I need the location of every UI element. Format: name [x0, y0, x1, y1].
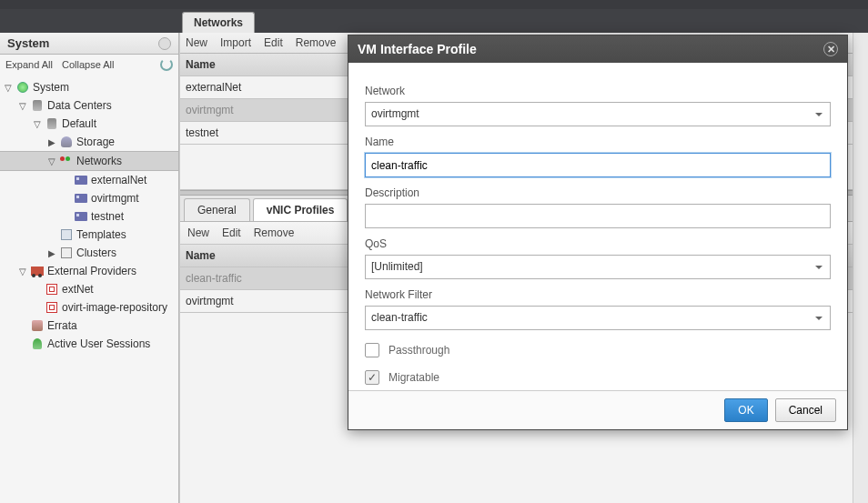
- label-passthrough: Passthrough: [389, 344, 449, 357]
- label-migratable: Migratable: [389, 371, 439, 384]
- dialog-buttons: OK Cancel: [348, 390, 847, 429]
- select-network[interactable]: ovirtmgmt: [365, 102, 831, 126]
- input-description[interactable]: [365, 204, 831, 228]
- label-name: Name: [365, 136, 831, 148]
- ok-button[interactable]: OK: [724, 398, 767, 422]
- close-icon[interactable]: ✕: [823, 42, 838, 56]
- select-qos[interactable]: [Unlimited]: [365, 255, 831, 279]
- checkbox-migratable: [365, 370, 379, 385]
- label-description: Description: [365, 186, 831, 199]
- checkbox-passthrough[interactable]: [365, 343, 379, 357]
- dialog-body: Network ovirtmgmt Name Description QoS […: [348, 63, 847, 390]
- cancel-button[interactable]: Cancel: [775, 398, 836, 422]
- select-network-filter[interactable]: clean-traffic: [365, 306, 831, 330]
- input-name[interactable]: [365, 153, 831, 177]
- label-network: Network: [365, 85, 831, 97]
- label-network-filter: Network Filter: [365, 288, 831, 301]
- dialog-titlebar[interactable]: VM Interface Profile ✕: [348, 35, 847, 63]
- checkbox-passthrough-row: Passthrough: [365, 343, 831, 357]
- checkbox-migratable-row: Migratable: [365, 370, 831, 385]
- label-qos: QoS: [365, 237, 831, 250]
- dialog-title: VM Interface Profile: [358, 42, 477, 56]
- vm-interface-profile-dialog: VM Interface Profile ✕ Network ovirtmgmt…: [348, 35, 848, 430]
